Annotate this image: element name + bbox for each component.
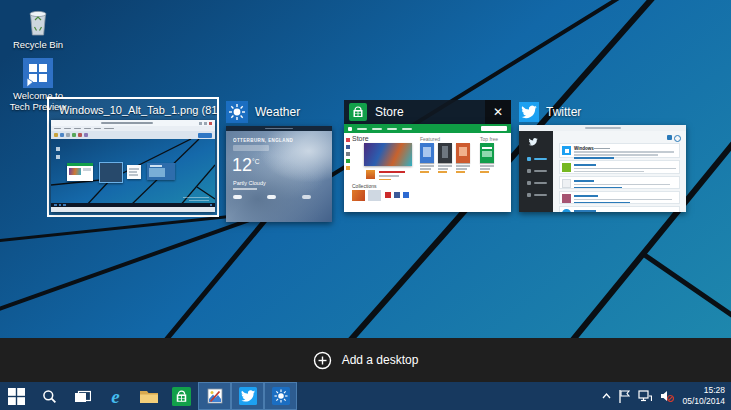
weather-location-chip bbox=[233, 145, 269, 151]
search-icon bbox=[42, 389, 57, 404]
store-featured-label: Featured bbox=[420, 136, 440, 142]
taskview-window-store-label[interactable]: Store ✕ bbox=[344, 100, 511, 124]
weather-app-button[interactable] bbox=[264, 382, 297, 410]
store-collections-label: Collections bbox=[352, 183, 376, 189]
volume-muted-icon[interactable] bbox=[660, 390, 674, 402]
taskview-window-weather[interactable]: OTTERBURN, ENGLAND 12°C Partly Cloudy bbox=[226, 126, 332, 222]
tweet-item bbox=[559, 160, 680, 174]
weather-feels-like bbox=[233, 188, 257, 190]
taskview-window-weather-label[interactable]: Weather bbox=[226, 101, 300, 123]
start-button[interactable] bbox=[0, 382, 33, 410]
image-viewer-icon bbox=[207, 388, 223, 404]
store-app-tile bbox=[480, 143, 494, 163]
taskview-window-store[interactable]: Store Featured Top free Collections bbox=[344, 124, 511, 212]
search-icon bbox=[674, 135, 681, 142]
tray-date: 05/10/2014 bbox=[682, 396, 725, 407]
store-app-tile bbox=[420, 143, 434, 163]
close-window-button[interactable]: ✕ bbox=[485, 100, 511, 124]
window-title: Windows_10_Alt_Tab_1.png (81%)... bbox=[59, 104, 217, 116]
store-icon bbox=[349, 103, 367, 121]
store-heading: Store bbox=[352, 135, 369, 142]
add-desktop-plus-icon bbox=[313, 351, 332, 370]
twitter-bird-icon bbox=[519, 102, 539, 122]
twitter-bird-icon bbox=[239, 387, 257, 405]
clock[interactable]: 15:28 05/10/2014 bbox=[682, 385, 725, 406]
twitter-bird-icon bbox=[528, 137, 538, 147]
windows-task-view-screen: Recycle Bin Welcome to Tech Preview Wind… bbox=[0, 0, 731, 410]
store-search-box bbox=[481, 126, 507, 131]
twitter-app-button[interactable] bbox=[231, 382, 264, 410]
taskview-window-twitter[interactable]: Windows bbox=[519, 125, 686, 212]
store-app-tile bbox=[456, 143, 470, 163]
compose-icon bbox=[667, 135, 672, 140]
taskview-window-image-viewer[interactable]: Windows_10_Alt_Tab_1.png (81%)... bbox=[47, 97, 219, 217]
add-desktop-bar[interactable]: Add a desktop bbox=[0, 338, 731, 382]
window-title: Store bbox=[375, 105, 404, 119]
tray-time: 15:28 bbox=[682, 385, 725, 396]
internet-explorer-button[interactable]: e bbox=[99, 382, 132, 410]
tweet-item: Windows bbox=[559, 143, 680, 158]
twitter-sidebar bbox=[519, 131, 553, 212]
weather-condition: Partly Cloudy bbox=[233, 180, 266, 186]
store-top-free-label: Top free bbox=[480, 136, 498, 142]
store-app-tile bbox=[438, 143, 452, 163]
weather-temperature: 12°C bbox=[232, 155, 259, 176]
image-viewer-thumbnail bbox=[51, 120, 215, 212]
weather-forecast-row bbox=[233, 195, 327, 201]
store-navbar bbox=[344, 124, 511, 133]
store-icon bbox=[172, 387, 191, 406]
window-title: Weather bbox=[255, 105, 300, 119]
file-explorer-icon bbox=[140, 389, 158, 403]
show-hidden-icons-button[interactable] bbox=[602, 393, 611, 399]
store-hero-banner bbox=[364, 143, 412, 166]
twitter-nav-activity bbox=[527, 181, 547, 185]
internet-explorer-icon: e bbox=[111, 387, 119, 406]
recycle-bin-icon bbox=[25, 7, 51, 37]
close-icon: ✕ bbox=[493, 105, 503, 119]
system-tray: 15:28 05/10/2014 bbox=[602, 382, 731, 410]
weather-location: OTTERBURN, ENGLAND bbox=[233, 138, 293, 143]
tweet-item bbox=[559, 206, 680, 212]
network-icon[interactable] bbox=[638, 390, 652, 402]
task-view-button[interactable] bbox=[66, 382, 99, 410]
welcome-tech-preview-icon bbox=[23, 58, 53, 88]
file-explorer-button[interactable] bbox=[132, 382, 165, 410]
search-button[interactable] bbox=[33, 382, 66, 410]
tweet-item bbox=[559, 191, 680, 204]
twitter-nav-home bbox=[527, 157, 547, 161]
task-view-icon bbox=[75, 390, 91, 403]
windows-logo-icon bbox=[8, 388, 25, 405]
twitter-app-thumbnail: Windows bbox=[519, 131, 686, 212]
weather-sun-icon bbox=[226, 101, 248, 123]
recycle-bin-label: Recycle Bin bbox=[13, 39, 63, 50]
add-desktop-label: Add a desktop bbox=[342, 353, 419, 367]
twitter-nav-discover bbox=[527, 169, 547, 173]
weather-sun-icon bbox=[272, 387, 290, 405]
window-title: Twitter bbox=[546, 105, 581, 119]
recycle-bin-desktop-icon[interactable]: Recycle Bin bbox=[6, 7, 70, 51]
weather-app-thumbnail: OTTERBURN, ENGLAND 12°C Partly Cloudy bbox=[226, 131, 332, 222]
store-button[interactable] bbox=[165, 382, 198, 410]
taskview-window-twitter-label[interactable]: Twitter bbox=[519, 102, 581, 122]
mini-desktop-image bbox=[51, 139, 215, 207]
action-center-flag-icon[interactable] bbox=[619, 390, 630, 403]
mini-toolbar bbox=[51, 131, 215, 139]
twitter-nav-me bbox=[527, 193, 547, 197]
mini-statusbar bbox=[51, 207, 215, 212]
tweet-item bbox=[559, 176, 680, 189]
image-viewer-app-button[interactable] bbox=[198, 382, 231, 410]
